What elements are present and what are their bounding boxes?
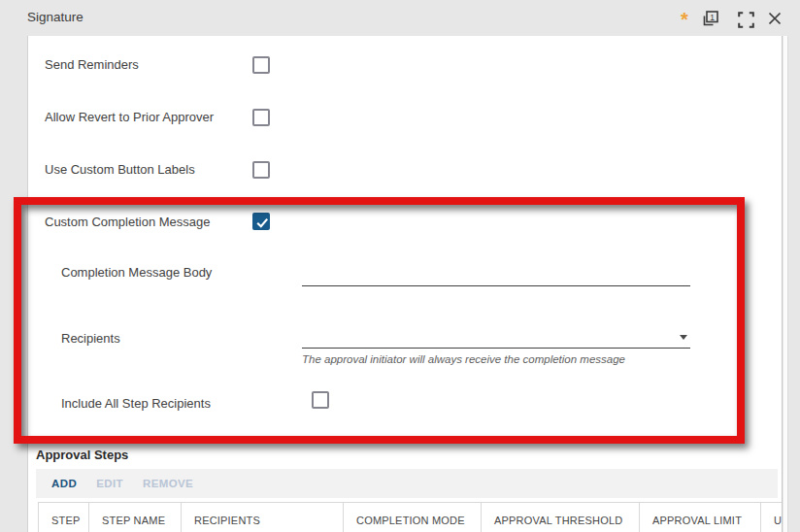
checkmark-icon <box>254 215 272 232</box>
include-all-step-recipients-checkbox[interactable] <box>312 391 329 409</box>
add-step-button[interactable]: ADD <box>51 478 77 489</box>
column-header-approval-threshold: APPROVAL THRESHOLD <box>482 503 640 532</box>
required-asterisk-icon: * <box>681 9 688 31</box>
column-header-approval-limit: APPROVAL LIMIT <box>640 503 761 532</box>
recipients-label: Recipients <box>61 331 120 346</box>
allow-revert-label: Allow Revert to Prior Approver <box>45 110 214 124</box>
send-reminders-checkbox[interactable] <box>252 56 270 74</box>
completion-message-body-input[interactable] <box>302 262 690 285</box>
dialog-body: Send Reminders Allow Revert to Prior App… <box>27 36 783 532</box>
vertical-scrollbar[interactable] <box>783 36 788 532</box>
approval-steps-table: STEP STEP NAME RECIPIENTS COMPLETION MOD… <box>38 502 783 532</box>
custom-completion-message-checkbox[interactable] <box>252 213 270 230</box>
custom-button-labels-checkbox[interactable] <box>252 161 270 179</box>
chevron-down-icon[interactable] <box>680 335 687 340</box>
signature-dialog: Signature * 1 Send Reminders Allow Rever… <box>0 0 800 532</box>
popout-window-icon[interactable]: 1 <box>700 10 720 32</box>
edit-step-button[interactable]: EDIT <box>96 478 123 489</box>
column-header-completion-mode: COMPLETION MODE <box>344 503 482 532</box>
recipients-field[interactable] <box>302 324 690 349</box>
dialog-title: Signature <box>27 10 83 24</box>
include-all-step-recipients-label: Include All Step Recipients <box>61 396 211 411</box>
completion-message-body-label: Completion Message Body <box>61 265 212 280</box>
remove-step-button[interactable]: REMOVE <box>143 478 193 489</box>
allow-revert-checkbox[interactable] <box>252 109 270 126</box>
approval-steps-toolbar: ADD EDIT REMOVE <box>36 469 778 498</box>
completion-message-body-field[interactable] <box>302 262 690 286</box>
svg-text:1: 1 <box>710 13 715 22</box>
custom-button-labels-label: Use Custom Button Labels <box>45 162 195 177</box>
fullscreen-expand-icon[interactable] <box>738 12 754 32</box>
approval-steps-heading: Approval Steps <box>36 448 128 462</box>
dialog-header: Signature * 1 <box>0 0 800 36</box>
recipients-helper-text: The approval initiator will always recei… <box>302 353 625 365</box>
recipients-input[interactable] <box>302 324 690 348</box>
custom-completion-message-label: Custom Completion Message <box>45 215 211 229</box>
column-header-step-name: STEP NAME <box>89 503 182 532</box>
close-icon[interactable] <box>767 11 783 30</box>
column-header-step: STEP <box>39 503 89 532</box>
send-reminders-label: Send Reminders <box>45 57 139 72</box>
column-header-truncated: U <box>761 503 783 532</box>
column-header-recipients: RECIPIENTS <box>182 503 344 532</box>
